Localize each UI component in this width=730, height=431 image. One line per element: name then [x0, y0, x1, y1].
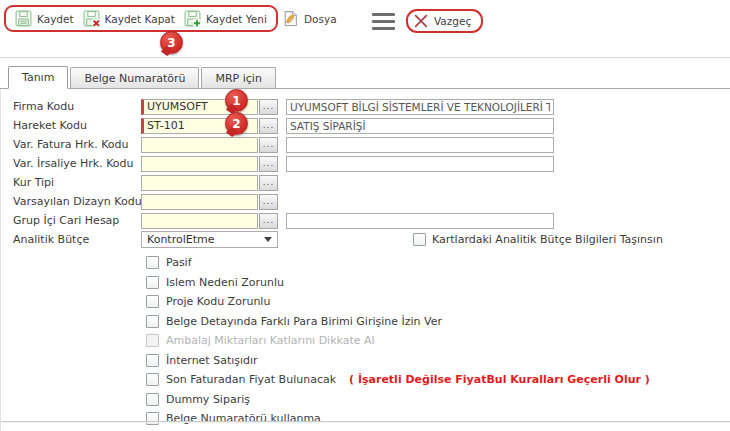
farkli-para-birimi-checkbox[interactable]	[146, 315, 159, 328]
pasif-checkbox[interactable]	[146, 256, 159, 269]
checkbox-row-proje-kodu: Proje Kodu Zorunlu	[146, 292, 730, 312]
file-button-label: Dosya	[304, 13, 337, 25]
checkbox-label: Belge Numaratörü kullanma	[166, 412, 321, 425]
kur-tipi-input[interactable]	[141, 175, 258, 191]
cancel-x-icon	[413, 13, 429, 29]
ambalaj-checkbox	[146, 334, 159, 347]
fiyatbul-warning-note: ( İşaretli Değilse FiyatBul Kuralları Ge…	[349, 373, 650, 386]
checkbox-row-ambalaj: Ambalaj Miktarları Katlarını Dikkate Al	[146, 331, 730, 351]
annotation-highlight-save-group: Kaydet Kaydet Kapat	[4, 5, 278, 32]
annotation-step-badge-2: 2	[225, 112, 248, 135]
checkbox-label: Dummy Sipariş	[166, 393, 250, 406]
var-fatura-hrk-kodu-description	[286, 137, 554, 153]
checkbox-row-islem-nedeni: Islem Nedeni Zorunlu	[146, 273, 730, 293]
internet-satisi-checkbox[interactable]	[146, 354, 159, 367]
form-row-var-fatura: Var. Fatura Hrk. Kodu ...	[13, 135, 730, 154]
save-new-button-label: Kaydet Yeni	[206, 13, 267, 25]
var-fatura-hrk-kodu-input[interactable]	[141, 137, 258, 153]
checkbox-row-farkli-para-birimi: Belge Detayında Farklı Para Birimi Giriş…	[146, 312, 730, 332]
son-faturadan-checkbox[interactable]	[146, 373, 159, 386]
checkbox-row-belge-numaratoru: Belge Numaratörü kullanma	[146, 409, 730, 429]
form-row-kur-tipi: Kur Tipi ...	[13, 173, 730, 192]
annotation-step-badge-3: 3	[160, 31, 183, 54]
checkbox-label: Belge Detayında Farklı Para Birimi Giriş…	[166, 315, 442, 328]
grup-ici-cari-hesap-input[interactable]	[141, 213, 258, 229]
field-label: Var. İrsaliye Hrk. Kodu	[13, 157, 141, 170]
toolbar: Kaydet Kaydet Kapat	[0, 0, 730, 58]
option-checkbox-list: Pasif Islem Nedeni Zorunlu Proje Kodu Zo…	[13, 253, 730, 429]
field-label: Grup İçi Cari Hesap	[13, 214, 141, 227]
save-close-button-label: Kaydet Kapat	[105, 13, 175, 25]
field-label: Hareket Kodu	[13, 119, 141, 132]
cancel-button[interactable]: Vazgeç	[413, 13, 471, 29]
analitik-butce-dropdown[interactable]: KontrolEtme	[141, 231, 278, 248]
ellipsis-lookup-icon[interactable]: ...	[259, 194, 278, 210]
field-label: Kur Tipi	[13, 176, 141, 189]
hareket-kodu-description	[286, 118, 554, 134]
checkbox-label: Ambalaj Miktarları Katlarını Dikkate Al	[166, 334, 375, 347]
save-button-label: Kaydet	[37, 13, 74, 25]
ellipsis-lookup-icon[interactable]: ...	[259, 137, 278, 153]
tanim-tab-panel: Firma Kodu ... Hareket Kodu ... Var. Fat…	[0, 89, 730, 431]
dummy-siparis-checkbox[interactable]	[146, 393, 159, 406]
checkbox-label: Islem Nedeni Zorunlu	[166, 276, 284, 289]
field-label: Var. Fatura Hrk. Kodu	[13, 138, 141, 151]
field-label: Firma Kodu	[13, 100, 141, 113]
save-icon	[15, 10, 32, 27]
var-irsaliye-hrk-kodu-input[interactable]	[141, 156, 258, 172]
ellipsis-lookup-icon[interactable]: ...	[259, 99, 278, 115]
field-label: Analitik Bütçe	[13, 233, 141, 246]
tab-mrp-icin[interactable]: MRP için	[201, 67, 275, 88]
ellipsis-lookup-icon[interactable]: ...	[259, 175, 278, 191]
save-close-button[interactable]: Kaydet Kapat	[83, 10, 175, 27]
form-row-firma-kodu: Firma Kodu ...	[13, 97, 730, 116]
varsayilan-dizayn-kodu-input[interactable]	[141, 194, 258, 210]
hamburger-menu-icon[interactable]	[372, 13, 395, 34]
checkbox-row-pasif: Pasif	[146, 253, 730, 273]
form-row-analitik-butce: Analitik Bütçe KontrolEtme Kartlardaki A…	[13, 230, 730, 249]
tab-belge-numaratoru[interactable]: Belge Numaratörü	[70, 67, 199, 88]
form-row-var-irsaliye: Var. İrsaliye Hrk. Kodu ...	[13, 154, 730, 173]
checkbox-label: Proje Kodu Zorunlu	[166, 295, 270, 308]
save-close-icon	[83, 10, 100, 27]
checkbox-row-dummy-siparis: Dummy Sipariş	[146, 390, 730, 410]
checkbox-row-son-faturadan: Son Faturadan Fiyat Bulunacak ( İşaretli…	[146, 370, 730, 390]
file-button[interactable]: Dosya	[282, 10, 337, 27]
save-new-icon	[184, 10, 201, 27]
form-row-grup-ici-cari: Grup İçi Cari Hesap ...	[13, 211, 730, 230]
checkbox-label: Son Faturadan Fiyat Bulunacak	[166, 373, 336, 386]
tab-tanim[interactable]: Tanım	[8, 66, 68, 89]
firma-kodu-description	[286, 99, 554, 115]
bottom-divider	[1, 421, 730, 423]
checkbox-label: İnternet Satışıdır	[166, 354, 258, 367]
save-new-button[interactable]: Kaydet Yeni	[184, 10, 267, 27]
ellipsis-lookup-icon[interactable]: ...	[259, 156, 278, 172]
annotation-step-badge-1: 1	[225, 89, 248, 112]
form-row-hareket-kodu: Hareket Kodu ...	[13, 116, 730, 135]
grup-ici-cari-hesap-description	[286, 213, 554, 229]
form-row-varsayilan-dizayn: Varsayılan Dizayn Kodu ...	[13, 192, 730, 211]
chevron-down-icon	[264, 237, 272, 242]
checkbox-row-internet-satisi: İnternet Satışıdır	[146, 351, 730, 371]
var-irsaliye-hrk-kodu-description	[286, 156, 554, 172]
belge-numaratoru-checkbox[interactable]	[146, 412, 159, 425]
checkbox-label: Pasif	[166, 256, 192, 269]
tab-bar: Tanım Belge Numaratörü MRP için	[0, 58, 730, 89]
ellipsis-lookup-icon[interactable]: ...	[259, 213, 278, 229]
proje-kodu-checkbox[interactable]	[146, 295, 159, 308]
analitik-butce-selected-value: KontrolEtme	[147, 233, 215, 246]
islem-nedeni-checkbox[interactable]	[146, 276, 159, 289]
ellipsis-lookup-icon[interactable]: ...	[259, 118, 278, 134]
kartlardaki-checkbox-row: Kartlardaki Analitik Bütçe Bilgileri Taş…	[413, 233, 663, 246]
field-label: Varsayılan Dizayn Kodu	[13, 195, 141, 208]
attachment-icon	[282, 10, 299, 27]
annotation-highlight-cancel: Vazgeç	[406, 9, 483, 33]
save-button[interactable]: Kaydet	[15, 10, 74, 27]
kartlardaki-checkbox-label: Kartlardaki Analitik Bütçe Bilgileri Taş…	[432, 233, 663, 246]
kartlardaki-checkbox[interactable]	[413, 233, 426, 246]
cancel-button-label: Vazgeç	[434, 15, 471, 27]
